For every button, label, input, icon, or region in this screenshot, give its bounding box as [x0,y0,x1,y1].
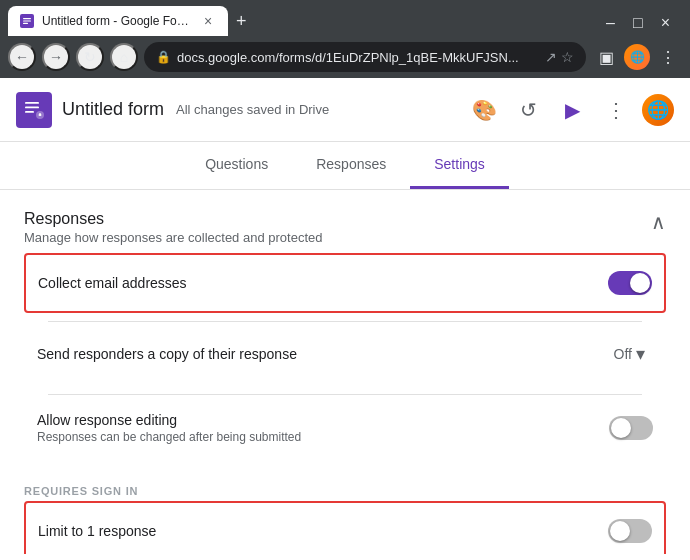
section-title: Responses [24,210,322,228]
toggle-thumb-off [611,418,631,438]
tab-title: Untitled form - Google Forms [42,14,192,28]
allow-editing-toggle[interactable] [609,416,653,440]
back-button[interactable]: ← [8,43,36,71]
toggle-track-limit [608,519,652,543]
svg-rect-1 [23,18,31,19]
app-icon [16,92,52,128]
limit-response-toggle[interactable] [608,519,652,543]
tab-close-button[interactable]: × [200,13,216,29]
limit-response-label: Limit to 1 response [38,523,156,539]
allow-editing-label: Allow response editing [37,412,301,428]
svg-rect-5 [25,106,39,108]
tab-questions[interactable]: Questions [181,142,292,189]
collapse-button[interactable]: ∧ [651,210,666,234]
tab-settings[interactable]: Settings [410,142,509,189]
settings-list: Collect email addresses Send responders … [0,253,690,461]
toggle-thumb-limit [610,521,630,541]
dropdown-value: Off [614,346,632,362]
address-bar[interactable]: 🔒 docs.google.com/forms/d/1EuDrZPNlp_1qB… [144,42,586,72]
requires-sign-in-label: REQUIRES SIGN IN [0,469,690,501]
close-button[interactable]: × [653,10,678,36]
content-area: Responses Manage how responses are colle… [0,190,690,554]
undo-button[interactable]: ↺ [510,92,546,128]
toggle-thumb [630,273,650,293]
send-copy-label: Send responders a copy of their response [37,346,297,362]
svg-rect-6 [25,111,34,113]
reload-button[interactable]: ↻ [76,43,104,71]
new-tab-button[interactable]: + [232,7,251,36]
setting-collect-email: Collect email addresses [24,253,666,313]
toggle-track [608,271,652,295]
allow-editing-sublabel: Responses can be changed after being sub… [37,430,301,444]
svg-rect-2 [23,20,31,21]
menu-icon[interactable]: ⋮ [654,43,682,71]
collect-email-label: Collect email addresses [38,275,187,291]
send-copy-dropdown[interactable]: Off ▾ [606,339,653,369]
saved-status: All changes saved in Drive [176,102,329,117]
send-button[interactable]: ▶ [554,92,590,128]
share-icon[interactable]: ↗ [545,49,557,65]
setting-send-copy: Send responders a copy of their response… [24,322,666,386]
more-options-button[interactable]: ⋮ [598,92,634,128]
tab-favicon [20,14,34,28]
dropdown-arrow-icon: ▾ [636,343,645,365]
minimize-button[interactable]: – [598,10,623,36]
address-text: docs.google.com/forms/d/1EuDrZPNlp_1qBE-… [177,50,539,65]
svg-rect-9 [39,113,41,116]
forward-button[interactable]: → [42,43,70,71]
section-subtitle: Manage how responses are collected and p… [24,230,322,245]
profile-avatar[interactable]: 🌐 [624,44,650,70]
svg-rect-4 [25,102,39,104]
lock-icon: 🔒 [156,50,171,64]
collect-email-toggle[interactable] [608,271,652,295]
maximize-button[interactable]: □ [625,10,651,36]
setting-limit-response: Limit to 1 response [24,501,666,554]
section-header: Responses Manage how responses are colle… [0,190,690,253]
sign-in-settings-list: Limit to 1 response [0,501,690,554]
extensions-icon[interactable]: ▣ [592,43,620,71]
user-avatar[interactable]: 🌐 [642,94,674,126]
home-button[interactable]: ⌂ [110,43,138,71]
bookmark-icon[interactable]: ☆ [561,49,574,65]
palette-button[interactable]: 🎨 [466,92,502,128]
svg-rect-3 [23,23,28,24]
form-title[interactable]: Untitled form [62,99,164,120]
setting-allow-editing: Allow response editing Responses can be … [24,395,666,461]
app-header: Untitled form All changes saved in Drive… [0,78,690,142]
tabs-row: Questions Responses Settings [0,142,690,190]
tab-responses[interactable]: Responses [292,142,410,189]
active-tab[interactable]: Untitled form - Google Forms × [8,6,228,36]
toggle-track-off [609,416,653,440]
